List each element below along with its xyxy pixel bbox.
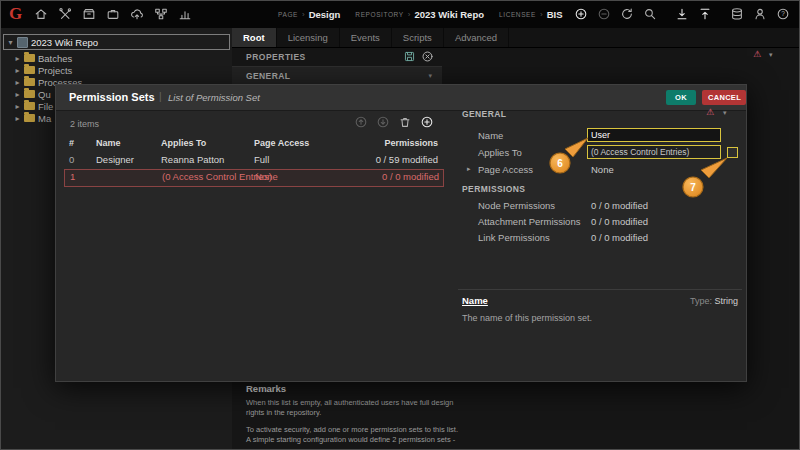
node-permissions-value: 0 / 0 modified <box>591 200 648 211</box>
page-access-value[interactable]: None <box>591 164 614 175</box>
items-count: 2 items <box>70 119 99 129</box>
cell-num: 1 <box>70 171 75 182</box>
close-circle-icon[interactable] <box>421 49 434 67</box>
applies-to-field-label: Applies To <box>478 147 522 158</box>
tree-root-item[interactable]: ▾ 2023 Wiki Repo <box>3 34 230 50</box>
remarks-title: Remarks <box>246 383 464 394</box>
tab-events[interactable]: Events <box>340 28 392 47</box>
remarks-section: Remarks When this list is empty, all aut… <box>246 383 464 446</box>
column-header-applies-to[interactable]: Applies To <box>161 138 206 148</box>
breadcrumb-value-licensee[interactable]: BIS <box>547 9 563 20</box>
breadcrumb: PAGE › Design REPOSITORY › 2023 Wiki Rep… <box>278 0 562 28</box>
expand-arrow-icon[interactable]: ▸ <box>14 66 21 75</box>
tree-item-label: Qu <box>38 89 51 100</box>
expand-arrow-icon[interactable]: ▸ <box>467 165 471 173</box>
folder-icon <box>24 114 35 122</box>
cloud-upload-icon[interactable] <box>130 7 144 21</box>
package-icon[interactable] <box>82 7 96 21</box>
chevron-down-icon[interactable]: ▾ <box>723 109 727 117</box>
ok-button[interactable]: OK <box>666 90 696 105</box>
attachment-permissions-label: Attachment Permissions <box>478 216 580 227</box>
column-header-num[interactable]: # <box>69 138 74 148</box>
column-header-name[interactable]: Name <box>96 138 121 148</box>
table-row[interactable]: 0 Designer Reanna Patton Full 0 / 59 mod… <box>64 153 442 169</box>
topbar-left-icons <box>34 7 192 21</box>
breadcrumb-value-page[interactable]: Design <box>309 9 341 20</box>
help-icon[interactable]: ? <box>776 7 790 21</box>
delete-icon[interactable] <box>398 115 412 129</box>
table-header-row: # Name Applies To Page Access Permission… <box>64 137 442 151</box>
tab-root[interactable]: Root <box>232 28 277 47</box>
tree-item-macros[interactable]: ▸ Ma <box>14 112 51 124</box>
chevron-down-icon[interactable]: ▾ <box>769 51 773 59</box>
table-row-selected[interactable]: 1 (0 Access Control Entries) None 0 / 0 … <box>64 169 444 187</box>
collapse-arrow-icon[interactable]: ▾ <box>7 38 14 47</box>
name-input[interactable] <box>587 128 721 142</box>
refresh-icon[interactable] <box>620 7 634 21</box>
upload-icon[interactable] <box>698 7 712 21</box>
expand-arrow-icon[interactable]: ▸ <box>14 54 21 63</box>
general-group-header: GENERAL <box>462 109 506 119</box>
remove-circle-icon[interactable] <box>597 7 611 21</box>
cancel-button[interactable]: CANCEL <box>702 90 746 105</box>
warning-icon: ⚠ <box>706 107 714 117</box>
chevron-separator: › <box>302 10 305 19</box>
tab-advanced[interactable]: Advanced <box>444 28 509 47</box>
help-field-type: Type: String <box>462 296 738 306</box>
type-label: Type: <box>690 296 712 306</box>
home-icon[interactable] <box>34 7 48 21</box>
folder-icon <box>24 90 35 98</box>
folder-icon <box>24 54 35 62</box>
divider <box>458 289 742 290</box>
save-icon[interactable] <box>403 49 416 67</box>
tab-licensing[interactable]: Licensing <box>277 28 340 47</box>
browse-acl-button[interactable] <box>727 147 738 158</box>
attachment-permissions-value: 0 / 0 modified <box>591 216 648 227</box>
column-header-permissions[interactable]: Permissions <box>384 138 438 148</box>
help-description: The name of this permission set. <box>462 313 592 323</box>
tree-root-label: 2023 Wiki Repo <box>31 37 98 48</box>
general-section-title: GENERAL <box>246 71 290 81</box>
add-icon[interactable] <box>420 115 434 129</box>
cell-page-access: Full <box>254 154 269 165</box>
expand-arrow-icon[interactable]: ▸ <box>14 102 21 111</box>
topbar-right-icons: ? <box>574 7 790 21</box>
tree-item-batches[interactable]: ▸ Batches <box>14 52 72 64</box>
move-up-icon[interactable] <box>354 115 368 129</box>
column-header-page-access[interactable]: Page Access <box>254 138 309 148</box>
svg-text:?: ? <box>781 10 785 17</box>
divider: | <box>159 91 162 102</box>
tools-icon[interactable] <box>58 7 72 21</box>
type-value: String <box>714 296 738 306</box>
cell-page-access: None <box>255 171 278 182</box>
chevron-down-icon[interactable]: ▾ <box>428 72 432 80</box>
folder-icon <box>24 66 35 74</box>
expand-arrow-icon[interactable]: ▸ <box>14 78 21 87</box>
download-icon[interactable] <box>675 7 689 21</box>
remarks-paragraph: When this list is empty, all authenticat… <box>246 398 464 418</box>
app-logo[interactable]: G <box>9 4 29 24</box>
move-down-icon[interactable] <box>376 115 390 129</box>
tree-item-label: Ma <box>38 113 51 124</box>
cell-permissions: 0 / 59 modified <box>376 154 438 165</box>
tree-item-label: Projects <box>38 65 72 76</box>
add-circle-icon[interactable] <box>574 7 588 21</box>
tree-item-projects[interactable]: ▸ Projects <box>14 64 72 76</box>
tree-item-queries[interactable]: ▸ Qu <box>14 88 51 100</box>
dialog-subtitle: List of Permission Set <box>168 92 260 103</box>
account-icon[interactable] <box>753 7 767 21</box>
applies-to-value-field[interactable]: (0 Access Control Entries) <box>587 145 721 159</box>
chart-icon[interactable] <box>178 7 192 21</box>
database-icon[interactable] <box>730 7 744 21</box>
breadcrumb-value-repository[interactable]: 2023 Wiki Repo <box>414 9 484 20</box>
search-icon[interactable] <box>643 7 657 21</box>
tree-item-files[interactable]: ▸ File <box>14 100 53 112</box>
workflow-icon[interactable] <box>154 7 168 21</box>
general-section-header[interactable]: GENERAL ▾ <box>232 66 442 85</box>
tab-scripts[interactable]: Scripts <box>392 28 444 47</box>
permissions-group-header: PERMISSIONS <box>462 184 525 194</box>
briefcase-icon[interactable] <box>106 7 120 21</box>
topbar: G PAGE › Design REPOSITORY › 2023 Wiki R… <box>0 0 800 29</box>
expand-arrow-icon[interactable]: ▸ <box>14 90 21 99</box>
expand-arrow-icon[interactable]: ▸ <box>14 114 21 123</box>
